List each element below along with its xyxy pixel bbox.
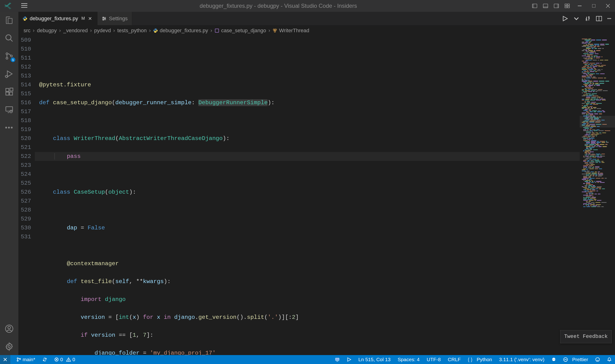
- minimize-button[interactable]: [573, 0, 587, 12]
- tab-debugger-fixtures[interactable]: debugger_fixtures.py M ✕: [18, 12, 97, 25]
- panel-left-icon[interactable]: [529, 0, 540, 12]
- title-bar-right: [529, 0, 615, 12]
- eol[interactable]: CRLF: [447, 357, 462, 362]
- run-debug-icon[interactable]: [4, 69, 14, 79]
- indentation[interactable]: Spaces: 4: [397, 357, 421, 362]
- scm-badge: 1: [11, 57, 15, 62]
- class-symbol-icon: [273, 28, 277, 33]
- breadcrumbs[interactable]: src › debugpy › _vendored › pydevd › tes…: [18, 26, 615, 36]
- source-control-icon[interactable]: 1: [4, 51, 14, 61]
- settings-list-icon: [102, 16, 107, 21]
- svg-rect-0: [21, 3, 27, 4]
- more-actions-icon[interactable]: •••: [607, 16, 611, 21]
- tweet-feedback-tooltip: Tweet Feedback: [560, 330, 612, 343]
- svg-point-52: [17, 360, 18, 361]
- panel-bottom-icon[interactable]: [540, 0, 551, 12]
- cursor-position[interactable]: Ln 515, Col 13: [357, 357, 392, 362]
- sync-button[interactable]: [41, 357, 48, 362]
- svg-rect-4: [532, 4, 534, 8]
- activity-top-group: 1 •••: [0, 15, 18, 133]
- maximize-button[interactable]: [587, 0, 601, 12]
- vscode-logo-icon: [4, 2, 12, 10]
- svg-point-34: [8, 326, 10, 329]
- status-vm-icon[interactable]: [334, 357, 341, 362]
- main-area: 1 •••: [0, 12, 615, 355]
- minimap[interactable]: [580, 36, 615, 355]
- language-mode[interactable]: { } Python: [467, 357, 493, 362]
- tab-settings[interactable]: Settings: [97, 12, 132, 25]
- copilot-icon[interactable]: [550, 357, 557, 362]
- crumb-class: WriterThread: [273, 27, 309, 34]
- tab-close-icon[interactable]: ✕: [87, 15, 93, 22]
- split-editor-icon[interactable]: [596, 15, 602, 22]
- notifications-icon[interactable]: [606, 357, 613, 362]
- svg-point-19: [6, 53, 8, 55]
- encoding[interactable]: UTF-8: [426, 357, 442, 362]
- svg-rect-8: [557, 4, 559, 8]
- status-left: main* 0 0: [2, 355, 76, 364]
- extensions-icon[interactable]: [4, 87, 14, 97]
- svg-rect-6: [543, 6, 548, 8]
- crumb-debugpy: debugpy: [37, 27, 57, 34]
- tab-label: Settings: [109, 15, 128, 22]
- prettier-status[interactable]: Prettier: [562, 357, 589, 362]
- python-file-icon: [23, 16, 27, 21]
- function-symbol-icon: [215, 28, 219, 33]
- crumb-function: case_setup_django: [215, 27, 266, 34]
- run-dropdown-icon[interactable]: [573, 15, 579, 22]
- code-editor[interactable]: 5095105115125135145155165175185195205215…: [18, 36, 615, 355]
- line-gutter: 5095105115125135145155165175185195205215…: [18, 36, 35, 355]
- settings-gear-icon[interactable]: [4, 341, 14, 352]
- python-interpreter[interactable]: 3.11.1 ('.venv': venv): [498, 357, 545, 362]
- remote-indicator[interactable]: [0, 355, 10, 364]
- account-icon[interactable]: [4, 324, 14, 334]
- branch-indicator[interactable]: main*: [15, 357, 36, 362]
- layout-grid-icon[interactable]: [562, 0, 573, 12]
- activity-bar: 1 •••: [0, 12, 18, 355]
- svg-point-58: [68, 361, 69, 361]
- python-symbol-icon: [153, 28, 158, 33]
- code-content[interactable]: @pytest.fixture def case_setup_django(de…: [35, 36, 580, 355]
- svg-point-44: [588, 16, 589, 18]
- svg-line-18: [10, 39, 13, 42]
- search-icon[interactable]: [4, 33, 14, 43]
- tab-modified-indicator: M: [81, 16, 85, 21]
- status-run-icon[interactable]: [346, 357, 352, 362]
- run-file-button[interactable]: [562, 15, 568, 22]
- close-button[interactable]: [601, 0, 615, 12]
- remote-explorer-icon[interactable]: [4, 104, 14, 115]
- feedback-icon[interactable]: [594, 357, 601, 362]
- crumb-pydevd: pydevd: [94, 27, 111, 34]
- more-views-icon[interactable]: •••: [4, 122, 14, 133]
- svg-point-51: [17, 358, 18, 359]
- status-bar: main* 0 0 Ln 515, Col 13 Spaces: 4 UTF-8…: [0, 355, 615, 364]
- app-root: debugger_fixtures.py - debugpy - Visual …: [0, 0, 615, 364]
- svg-rect-10: [567, 4, 569, 6]
- svg-rect-27: [6, 92, 9, 95]
- compare-changes-icon[interactable]: [585, 15, 591, 22]
- status-right: Ln 515, Col 13 Spaces: 4 UTF-8 CRLF { } …: [334, 357, 613, 362]
- problems-indicator[interactable]: 0 0: [53, 357, 76, 362]
- svg-rect-61: [336, 358, 339, 360]
- svg-rect-9: [565, 4, 567, 6]
- title-bar: debugger_fixtures.py - debugpy - Visual …: [0, 0, 615, 12]
- minimap-slider[interactable]: [580, 116, 615, 128]
- svg-point-35: [8, 345, 10, 348]
- editor-area: debugger_fixtures.py M ✕ Settings •••: [18, 12, 615, 355]
- svg-point-17: [6, 35, 11, 40]
- svg-rect-1: [21, 5, 27, 6]
- editor-tabs: debugger_fixtures.py M ✕ Settings •••: [18, 12, 615, 26]
- svg-rect-28: [10, 92, 13, 95]
- svg-point-41: [103, 19, 104, 20]
- title-bar-left: [4, 2, 27, 10]
- svg-rect-14: [592, 4, 595, 8]
- crumb-file: debugger_fixtures.py: [153, 27, 208, 34]
- svg-rect-26: [6, 89, 9, 91]
- crumb-vendored: _vendored: [63, 27, 88, 34]
- crumb-tests: tests_python: [117, 27, 147, 34]
- svg-point-40: [105, 18, 106, 19]
- explorer-icon[interactable]: [4, 15, 14, 26]
- svg-point-20: [6, 57, 8, 59]
- menu-icon[interactable]: [21, 2, 27, 10]
- panel-right-icon[interactable]: [551, 0, 562, 12]
